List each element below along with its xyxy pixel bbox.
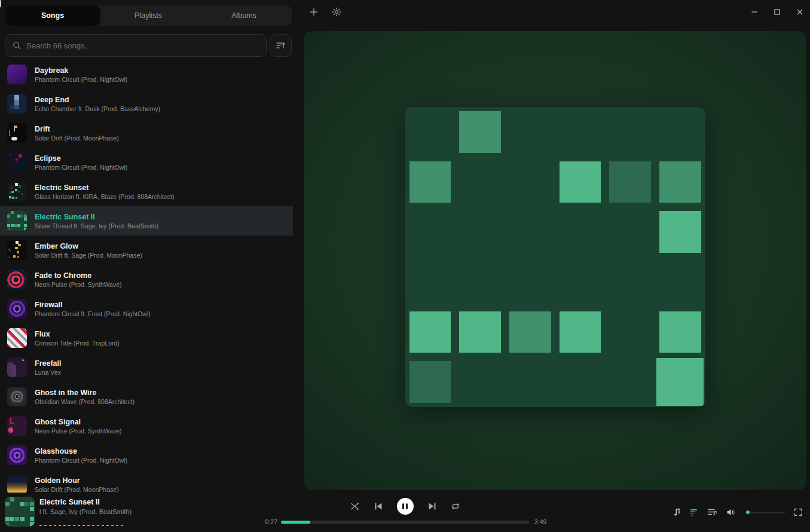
sidebar: Songs Playlists Albums: [0, 0, 293, 493]
album-art-large: [405, 107, 705, 407]
song-row[interactable]: Ghost SignalNeon Pulse (Prod. SynthWave): [0, 411, 293, 441]
close-icon[interactable]: [795, 7, 805, 17]
mosaic-cell: [11, 224, 14, 227]
fullscreen-icon[interactable]: [794, 508, 802, 516]
tab-songs[interactable]: Songs: [5, 5, 100, 26]
mosaic-cell: [24, 224, 27, 227]
song-row[interactable]: Electric SunsetGlass Horizon ft. KIRA, B…: [0, 177, 293, 206]
repeat-icon[interactable]: [451, 502, 460, 511]
mosaic-cell: [609, 161, 651, 203]
scrollbar-thumb[interactable]: [0, 0, 1, 7]
song-thumbnail: [7, 299, 27, 319]
mosaic-cell: [30, 502, 34, 506]
queue-icon[interactable]: [707, 508, 717, 516]
song-row[interactable]: FirewallPhantom Circuit ft. Frost (Prod.…: [0, 294, 293, 323]
song-thumbnail: [7, 416, 27, 436]
main-panel: [293, 0, 810, 493]
song-row[interactable]: Golden HourSolar Drift (Prod. MoonPhase): [0, 470, 293, 493]
volume-slider[interactable]: [745, 512, 785, 513]
art-pixel: [15, 189, 17, 191]
song-thumbnail: [7, 387, 27, 406]
settings-gear-icon[interactable]: [331, 7, 342, 17]
art-pixel: [9, 192, 11, 194]
song-row[interactable]: FluxCrimson Tide (Prod. TrapLord): [0, 323, 293, 353]
art-pixel: [11, 365, 16, 377]
tab-playlists[interactable]: Playlists: [100, 5, 196, 26]
minimize-icon[interactable]: [750, 7, 759, 17]
song-row[interactable]: Ghost in the WireObsidian Wave (Prod. 80…: [0, 382, 293, 411]
maximize-icon[interactable]: [772, 7, 782, 17]
song-artist: Neon Pulse (Prod. SynthWave): [35, 427, 122, 435]
song-title: Ghost Signal: [35, 418, 122, 426]
art-pixel: [15, 126, 17, 128]
song-row[interactable]: Deep EndEcho Chamber ft. Dusk (Prod. Bas…: [0, 89, 293, 118]
music-note-icon[interactable]: [674, 508, 681, 516]
transport-controls: [350, 498, 460, 515]
song-row[interactable]: GlasshousePhantom Circuit (Prod. NightOw…: [0, 441, 293, 470]
player-bar: Electric Sunset II l ft. Sage, Ivy (Prod…: [0, 493, 810, 532]
seek-bar[interactable]: [281, 521, 529, 524]
art-pixel: [11, 191, 14, 194]
art-pixel: [19, 185, 21, 188]
art-pixel: [17, 251, 19, 253]
song-title: Flux: [35, 330, 120, 338]
mosaic-cell: [30, 517, 34, 521]
music-player-window: Songs Playlists Albums: [0, 0, 810, 532]
song-row[interactable]: Fade to ChromeNeon Pulse (Prod. SynthWav…: [0, 265, 293, 294]
song-title: Freefall: [35, 359, 61, 368]
add-icon[interactable]: [308, 7, 319, 17]
art-pixel: [10, 105, 14, 109]
mosaic-cell: [459, 111, 501, 153]
song-title: Ghost in the Wire: [35, 389, 135, 397]
song-artist: Solar Drift (Prod. MoonPhase): [35, 486, 119, 493]
mosaic-cell: [659, 161, 701, 203]
mosaic-cell: [20, 502, 25, 506]
mosaic-cell: [10, 517, 14, 521]
song-row[interactable]: Electric Sunset IISilver Thread ft. Sage…: [0, 206, 293, 236]
art-pixel: [18, 244, 20, 246]
art-pixel: [9, 154, 11, 155]
song-row[interactable]: EclipsePhantom Circuit (Prod. NightOwl): [0, 148, 293, 177]
mosaic-cell: [24, 228, 27, 231]
mosaic-cell: [24, 218, 27, 221]
art-pixel: [16, 197, 17, 198]
mosaic-cell: [5, 517, 10, 521]
volume-icon[interactable]: [726, 508, 736, 516]
pause-button[interactable]: [397, 498, 414, 515]
art-pixel: [10, 250, 11, 252]
sort-button[interactable]: [270, 34, 292, 57]
mosaic-cell: [11, 211, 14, 214]
song-row[interactable]: FreefallLuna Vex: [0, 353, 293, 382]
art-pixel: [11, 186, 13, 188]
song-artist: Obsidian Wave (Prod. 808Architect): [35, 398, 135, 405]
mosaic-cell: [17, 215, 20, 218]
volume-handle[interactable]: [746, 510, 750, 514]
art-pixel: [19, 154, 22, 158]
mosaic-cell: [656, 358, 704, 406]
mosaic-cell: [560, 161, 601, 203]
song-artist: Phantom Circuit ft. Frost (Prod. NightOw…: [35, 310, 151, 317]
art-pixel: [10, 423, 14, 424]
mosaic-cell: [509, 311, 551, 353]
previous-icon[interactable]: [374, 502, 383, 511]
mosaic-cell: [560, 311, 601, 353]
mosaic-cell: [25, 502, 29, 506]
song-title: Eclipse: [35, 154, 127, 163]
song-artist: Silver Thread ft. Sage, Ivy (Prod. BeatS…: [35, 222, 158, 230]
search-box[interactable]: [5, 34, 267, 57]
next-icon[interactable]: [427, 502, 437, 511]
search-input[interactable]: [26, 41, 259, 50]
song-row[interactable]: Ember GlowSolar Drift ft. Sage (Prod. Mo…: [0, 236, 293, 265]
mosaic-cell: [659, 311, 701, 353]
song-row[interactable]: DriftSolar Drift (Prod. MoonPhase): [0, 118, 293, 148]
song-row[interactable]: DaybreakPhantom Circuit (Prod. NightOwl): [0, 60, 293, 89]
art-pixel: [17, 256, 19, 258]
seek-fill: [281, 521, 310, 524]
shuffle-icon[interactable]: [350, 502, 360, 511]
equalizer-icon[interactable]: [690, 509, 698, 516]
album-view-panel: [304, 31, 806, 490]
art-pixel: [9, 196, 11, 198]
song-title: Fade to Chrome: [35, 271, 122, 280]
song-thumbnail: [7, 123, 27, 143]
tab-albums[interactable]: Albums: [196, 5, 292, 26]
